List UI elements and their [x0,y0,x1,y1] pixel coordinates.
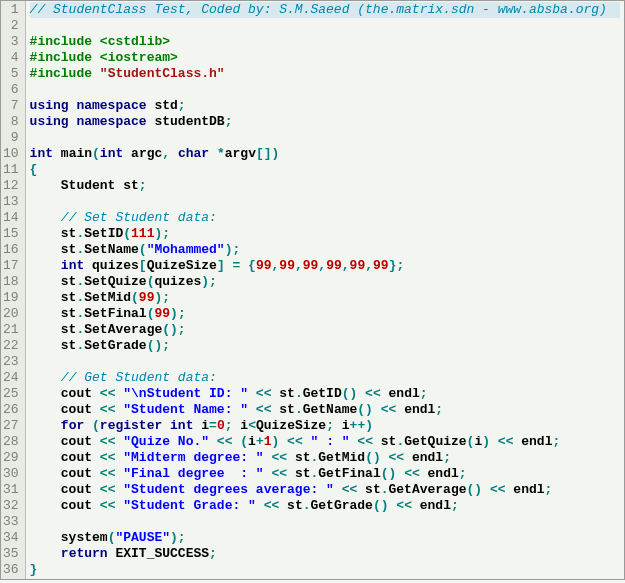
line-number: 6 [3,82,19,98]
code-line: { [30,162,620,178]
line-number: 31 [3,482,19,498]
code-line [30,514,620,530]
code-line: using namespace std; [30,98,620,114]
code-line [30,130,620,146]
line-number: 30 [3,466,19,482]
code-line [30,82,620,98]
code-line: #include "StudentClass.h" [30,66,620,82]
line-number: 17 [3,258,19,274]
code-line: cout << "Midterm degree: " << st.GetMid(… [30,450,620,466]
line-number-gutter: 1234567891011121314151617181920212223242… [1,1,26,579]
code-line: cout << "Student Name: " << st.GetName()… [30,402,620,418]
line-number: 33 [3,514,19,530]
line-number: 18 [3,274,19,290]
code-line: // Get Student data: [30,370,620,386]
code-line: system("PAUSE"); [30,530,620,546]
code-editor: 1234567891011121314151617181920212223242… [0,0,625,580]
code-line: cout << "Student Grade: " << st.GetGrade… [30,498,620,514]
code-line: int main(int argc, char *argv[]) [30,146,620,162]
code-line [30,194,620,210]
line-number: 21 [3,322,19,338]
code-line: st.SetAverage(); [30,322,620,338]
line-number: 32 [3,498,19,514]
code-line: cout << "\nStudent ID: " << st.GetID() <… [30,386,620,402]
code-line [30,354,620,370]
line-number: 13 [3,194,19,210]
code-line: st.SetGrade(); [30,338,620,354]
line-number: 28 [3,434,19,450]
line-number: 4 [3,50,19,66]
code-line: // Set Student data: [30,210,620,226]
code-area[interactable]: // StudentClass Test, Coded by: S.M.Saee… [26,1,624,579]
line-number: 22 [3,338,19,354]
line-number: 12 [3,178,19,194]
line-number: 23 [3,354,19,370]
code-line: #include <cstdlib> [30,34,620,50]
line-number: 15 [3,226,19,242]
line-number: 10 [3,146,19,162]
code-line: st.SetFinal(99); [30,306,620,322]
code-line: cout << "Quize No." << (i+1) << " : " <<… [30,434,620,450]
line-number: 20 [3,306,19,322]
line-number: 3 [3,34,19,50]
code-line: Student st; [30,178,620,194]
line-number: 16 [3,242,19,258]
line-number: 27 [3,418,19,434]
code-line: return EXIT_SUCCESS; [30,546,620,562]
code-line: } [30,562,620,578]
code-line: for (register int i=0; i<QuizeSize; i++) [30,418,620,434]
line-number: 19 [3,290,19,306]
code-line: st.SetQuize(quizes); [30,274,620,290]
line-number: 26 [3,402,19,418]
code-line: cout << "Final degree : " << st.GetFinal… [30,466,620,482]
line-number: 25 [3,386,19,402]
line-number: 5 [3,66,19,82]
line-number: 9 [3,130,19,146]
line-number: 35 [3,546,19,562]
code-line: // StudentClass Test, Coded by: S.M.Saee… [30,2,620,18]
code-line: st.SetMid(99); [30,290,620,306]
code-line: cout << "Student degrees average: " << s… [30,482,620,498]
line-number: 29 [3,450,19,466]
code-line [30,18,620,34]
line-number: 11 [3,162,19,178]
line-number: 2 [3,18,19,34]
code-line: using namespace studentDB; [30,114,620,130]
line-number: 7 [3,98,19,114]
code-line: st.SetName("Mohammed"); [30,242,620,258]
line-number: 24 [3,370,19,386]
code-line: #include <iostream> [30,50,620,66]
line-number: 14 [3,210,19,226]
code-line: st.SetID(111); [30,226,620,242]
line-number: 36 [3,562,19,578]
line-number: 8 [3,114,19,130]
code-line: int quizes[QuizeSize] = {99,99,99,99,99,… [30,258,620,274]
line-number: 1 [3,2,19,18]
line-number: 34 [3,530,19,546]
